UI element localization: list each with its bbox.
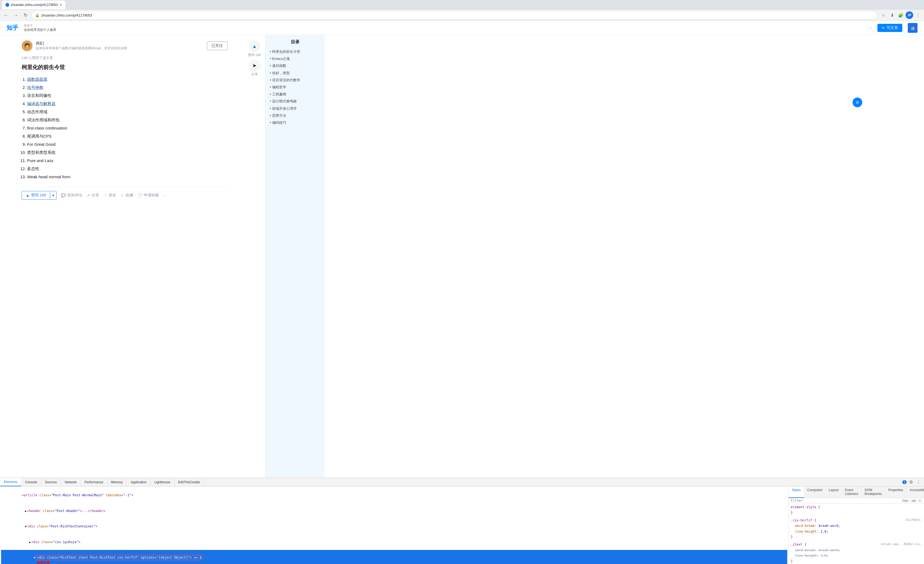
toc-item[interactable]: 编码技巧	[270, 119, 320, 126]
toc-float-button[interactable]: ≡	[852, 98, 862, 107]
styles-tab-properties[interactable]: Properties	[885, 486, 906, 498]
comment-button[interactable]: 💬 添加评论	[61, 193, 82, 198]
list-text: 类型和类型系统	[27, 150, 56, 154]
bookmark-button[interactable]: ☆	[880, 11, 887, 19]
prop-val: break-word;	[819, 524, 840, 528]
toc-item[interactable]: 你好，类型	[270, 70, 320, 76]
follow-button[interactable]: 已关注	[207, 42, 228, 50]
profile-button[interactable]: JP	[906, 11, 913, 19]
styles-tab-accessibility[interactable]: Accessibility	[906, 486, 924, 498]
list-link[interactable]: 编译器与解释器	[27, 101, 56, 106]
style-prop: line-height: 1.6;	[791, 529, 922, 534]
tab-close-btn[interactable]: ×	[59, 3, 62, 8]
menu-button[interactable]: ⋮	[914, 11, 922, 19]
report-button[interactable]: 📄 申请转载	[138, 193, 159, 198]
star-icon: ☆	[120, 193, 124, 198]
prop-val: 1.6;	[820, 554, 828, 558]
devtools-tab-lighthouse[interactable]: Lighthouse	[151, 478, 174, 486]
active-tab[interactable]: zhuanlan.zhihu.com/p/41179053 ×	[2, 0, 65, 9]
devtools-tab-memory[interactable]: Memory	[107, 478, 127, 486]
style-rule-selector-row: .css-hnrfcf { 41179053:	[791, 518, 922, 523]
toc-item[interactable]: 语言背后的代数学	[270, 76, 320, 84]
header-dots-btn[interactable]: ···	[868, 25, 872, 31]
html-line[interactable]: <article class="Post-Main Post-NormalMai…	[1, 488, 787, 503]
float-share-button[interactable]: ➤ 分享	[249, 60, 261, 76]
url-bar[interactable]: 🔒 zhuanlan.zhihu.com/p/41179053	[32, 11, 878, 20]
toc-item[interactable]: 编程哲学	[270, 84, 320, 91]
devtools-tab-sources[interactable]: Sources	[41, 478, 61, 486]
devtools-settings-button[interactable]: ⚙	[908, 479, 914, 486]
article-main: 🧑 何幻 如果你有幸掌握了函数式编程或者精通Monad，求求你别告诉我 已关注 …	[0, 35, 244, 478]
float-share-label: 分享	[251, 72, 258, 76]
styles-tab-layout[interactable]: Layout	[825, 486, 842, 498]
report-icon: 📄	[138, 193, 142, 198]
list-link[interactable]: 函数面面观	[27, 77, 47, 81]
write-icon: ✏	[882, 26, 885, 30]
styles-tab-dom-breakpoints[interactable]: DOM Breakpoints	[861, 486, 885, 498]
styles-tab-computed[interactable]: Computed	[804, 486, 825, 498]
zhihu-logo[interactable]: 知乎	[6, 24, 18, 32]
float-actions: ▲ 赞同 140 ➤ 分享	[244, 35, 265, 478]
toc-item[interactable]: 柯里化的前生今世	[270, 48, 320, 55]
devtools-tab-elements[interactable]: Elements	[0, 478, 21, 486]
styles-filter-bar: :hov .cls +	[789, 498, 924, 503]
like-icon: ▲	[26, 193, 30, 198]
devtools-badge[interactable]: 1	[902, 480, 907, 484]
list-text: Pure and Lazy	[27, 158, 53, 163]
toc-item[interactable]: 前端开发心理学	[270, 105, 320, 112]
like-dropdown-button[interactable]: ▾	[50, 192, 56, 199]
list-item: For Great Good	[27, 140, 228, 148]
filter-cls[interactable]: .cls	[910, 499, 917, 502]
float-like-button[interactable]: ▲ 赞同 140	[248, 40, 261, 57]
filter-add[interactable]: +	[918, 499, 922, 502]
extensions-button[interactable]: 🧩	[897, 11, 904, 19]
list-item: first-class continuation	[27, 124, 228, 132]
style-rule-end: }	[791, 559, 922, 564]
source-name[interactable]: 业余程序员的个人修养	[24, 28, 56, 32]
comment-icon: 💬	[61, 193, 66, 198]
comment-label: 添加评论	[67, 193, 82, 198]
devtools-body: <article class="Post-Main Post-NormalMai…	[0, 486, 924, 564]
like-main-button[interactable]: ▲ 赞同 140	[22, 191, 50, 200]
prop-val: break-word;	[819, 548, 840, 552]
heart-icon: ♡	[104, 193, 107, 198]
reload-button[interactable]: ↻	[22, 11, 29, 19]
page-viewport: 知乎 首发于 业余程序员的个人修养 ··· ✏ 写文章 🤖 🧑 何幻	[0, 21, 924, 478]
download-button[interactable]: ⬇	[888, 11, 896, 19]
devtools-tab-network[interactable]: Network	[61, 478, 81, 486]
styles-tab-styles[interactable]: Styles	[789, 486, 804, 498]
address-bar: ← → ↻ 🔒 zhuanlan.zhihu.com/p/41179053 ☆ …	[0, 10, 924, 21]
devtools-tab-application[interactable]: Application	[127, 478, 151, 486]
user-avatar[interactable]: 🤖	[908, 23, 918, 33]
toc-item[interactable]: 工程趣闻	[270, 91, 320, 98]
html-line[interactable]: ▶<header class="Post-Header">...</header…	[1, 503, 787, 519]
more-actions-button[interactable]: ···	[163, 193, 166, 198]
prop-name: word-break:	[795, 524, 816, 528]
devtools-tab-editthiscookie[interactable]: EditThisCookie	[174, 478, 204, 486]
toc-title: 目录	[270, 39, 320, 45]
toc-item[interactable]: Emacs之魂	[270, 55, 320, 62]
like-button-group[interactable]: ▲ 赞同 140 ▾	[22, 191, 57, 200]
share-button[interactable]: ↗ 分享	[87, 193, 99, 198]
devtools-more-button[interactable]: ⋮	[915, 479, 922, 486]
toc-item[interactable]: 设计模式奏鸣曲	[270, 98, 320, 105]
secure-icon: 🔒	[35, 13, 39, 17]
collect-button[interactable]: ☆ 收藏	[120, 193, 133, 198]
html-line[interactable]: ▼<div class="Post-RichTextContainer">	[1, 519, 787, 534]
favorite-button[interactable]: ♡ 喜欢	[104, 193, 116, 198]
toc-item[interactable]: 递归函数	[270, 62, 320, 69]
style-prop: word-break: break-word;	[791, 523, 922, 528]
styles-filter-input[interactable]	[791, 499, 899, 502]
devtools-tab-performance[interactable]: Performance	[81, 478, 107, 486]
author-name[interactable]: 何幻	[36, 41, 127, 46]
styles-tab-event-listeners[interactable]: Event Listeners	[842, 486, 861, 498]
filter-hov[interactable]: :hov	[901, 499, 909, 502]
html-line-selected[interactable]: ▼<div class="RichText ztext Post-RichTex…	[1, 550, 787, 564]
toc-item[interactable]: 思辨方法	[270, 112, 320, 119]
back-button[interactable]: ←	[2, 11, 10, 19]
write-article-button[interactable]: ✏ 写文章	[878, 24, 902, 32]
devtools-tab-console[interactable]: Console	[21, 478, 41, 486]
forward-button[interactable]: →	[12, 11, 20, 19]
list-link[interactable]: 括号神教	[27, 85, 44, 90]
html-line[interactable]: ▶<div class="css-1yuhuje">	[1, 534, 787, 550]
